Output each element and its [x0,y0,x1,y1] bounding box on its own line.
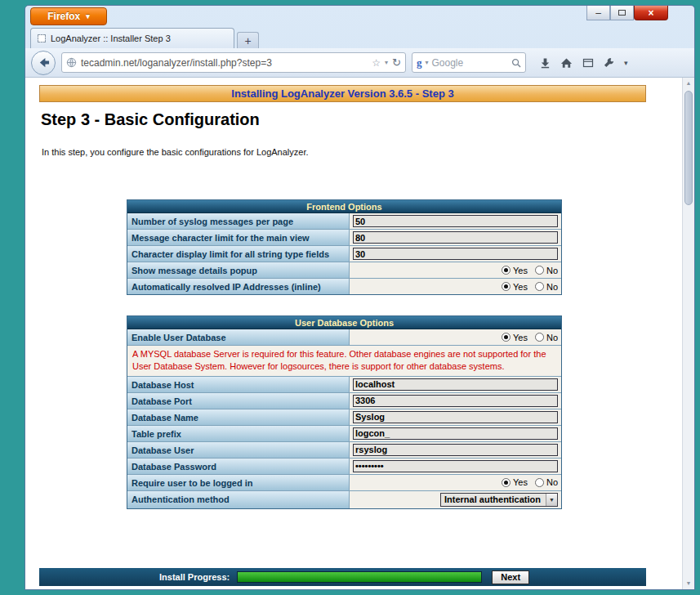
show-message-details-popup-yes-radio[interactable]: Yes [502,266,528,275]
config-row: Character display limit for all string t… [127,246,561,262]
enable-user-database-no-radio[interactable]: No [535,333,558,342]
radio-label: Yes [513,266,528,275]
minimize-button[interactable]: – [586,6,610,20]
radio-icon [502,478,511,487]
url-text[interactable]: tecadmin.net/loganalyzer/install.php?ste… [81,57,368,69]
window-controls: – × [586,6,668,20]
config-row: Require user to be logged inYesNo [127,475,561,491]
select-value: Internal authentication [444,494,541,504]
maximize-icon [618,10,626,16]
progress-fill [238,572,481,582]
field-value-cell [350,459,561,474]
character-display-limit-for-all-string-type-fields-input[interactable] [353,248,558,260]
field-label: Require user to be logged in [127,475,350,490]
bookmark-star-icon[interactable]: ☆ [372,57,381,69]
field-label: Number of syslog messages per page [127,213,350,229]
reload-icon[interactable]: ↻ [392,56,401,69]
tab-title: LogAnalyzer :: Installer Step 3 [51,34,171,43]
field-value-cell [350,442,561,458]
database-host-input[interactable] [353,378,558,391]
page-content: Installing LogAnalyzer Version 3.6.5 - S… [25,78,694,589]
titlebar[interactable]: Firefox ▾ – × [25,6,694,27]
enable-user-database-yes-radio[interactable]: Yes [502,333,528,342]
table-header: User Database Options [127,316,561,329]
installer-banner: Installing LogAnalyzer Version 3.6.5 - S… [39,85,646,102]
chevron-down-icon[interactable]: ▾ [624,59,628,67]
message-character-limit-for-the-main-view-input[interactable] [353,231,558,244]
intro-text: In this step, you configure the basic co… [42,147,309,157]
authentication-method-select[interactable]: Internal authentication▼ [440,493,558,507]
number-of-syslog-messages-per-page-input[interactable] [353,215,558,227]
progress-label: Install Progress: [159,572,230,582]
download-icon[interactable] [540,57,551,69]
search-engine-dropdown-icon[interactable]: ▾ [426,59,429,66]
field-label: Database Port [127,393,350,409]
table-header: Frontend Options [127,200,561,213]
radio-icon [535,333,544,342]
url-bar[interactable]: tecadmin.net/loganalyzer/install.php?ste… [61,52,406,73]
field-value-cell [350,230,561,245]
config-row: Table prefix [127,426,561,442]
field-value-cell: YesNo [350,329,561,345]
radio-label: No [546,266,558,275]
firefox-menu-button[interactable]: Firefox ▾ [30,7,107,25]
database-name-input[interactable] [353,411,558,423]
minimize-icon: – [595,7,601,19]
radio-label: Yes [513,333,528,342]
config-row: Database Name [127,409,561,426]
tab-loganalyzer-installer[interactable]: LogAnalyzer :: Installer Step 3 [30,28,234,48]
page-favicon-icon [38,34,46,42]
new-tab-button[interactable]: + [237,32,259,48]
database-user-input[interactable] [353,444,558,456]
back-arrow-icon [38,56,50,69]
install-footer-bar: Install Progress: Next [39,568,646,586]
firefox-button-label: Firefox [47,11,80,22]
vertical-scrollbar[interactable]: ▲ ▼ [682,78,694,589]
field-value-cell [350,213,561,229]
search-placeholder[interactable]: Google [432,57,508,69]
tools-wrench-icon[interactable] [604,57,614,68]
scrollbar-thumb[interactable] [684,91,693,205]
require-user-to-be-logged-in-yes-radio[interactable]: Yes [502,477,528,487]
close-button[interactable]: × [634,6,668,20]
page-title: Step 3 - Basic Configuration [41,110,260,129]
scroll-down-icon[interactable]: ▼ [683,578,694,589]
bookmarks-icon[interactable] [582,57,594,69]
database-password-input[interactable] [353,460,558,472]
home-icon[interactable] [560,57,573,69]
automatically-resolved-ip-addresses-inline-no-radio[interactable]: No [535,282,558,292]
next-button[interactable]: Next [492,570,529,584]
require-user-to-be-logged-in-no-radio[interactable]: No [535,477,558,487]
field-label: Database Host [127,377,350,392]
scroll-up-icon[interactable]: ▲ [683,78,694,89]
search-bar[interactable]: g ▾ Google [412,52,526,73]
config-row: Database Host [127,377,561,393]
radio-icon [502,333,511,342]
database-port-input[interactable] [353,395,558,407]
maximize-button[interactable] [610,6,634,20]
field-label: Show message details popup [127,262,350,278]
search-icon[interactable] [511,58,521,68]
back-button[interactable] [31,51,56,75]
config-table-user-database-options: User Database OptionsEnable User Databas… [127,315,562,509]
chevron-down-icon: ▼ [546,494,557,506]
field-label: Character display limit for all string t… [127,246,350,262]
field-value-cell: YesNo [350,475,561,490]
config-row: Enable User DatabaseYesNo [127,329,561,346]
field-value-cell: YesNo [350,279,561,294]
radio-label: No [546,477,558,487]
radio-label: No [546,333,558,342]
desktop-background: Firefox ▾ – × LogAnalyzer :: Installer S… [0,0,700,595]
globe-icon [66,57,77,68]
url-dropdown-icon[interactable]: ▾ [385,59,388,66]
field-label: Message character limit for the main vie… [127,230,350,245]
field-label: Automatically resolved IP Addresses (inl… [127,279,350,294]
table-prefix-input[interactable] [353,427,558,440]
show-message-details-popup-no-radio[interactable]: No [535,266,558,275]
radio-label: Yes [513,477,528,487]
automatically-resolved-ip-addresses-inline-yes-radio[interactable]: Yes [502,282,528,292]
field-label: Table prefix [127,426,350,441]
config-row: Number of syslog messages per page [127,213,561,230]
toolbar-icons: ▾ [540,57,628,69]
field-value-cell [350,393,561,409]
